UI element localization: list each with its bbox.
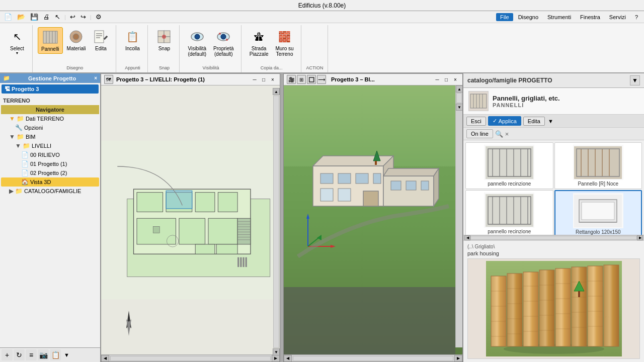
3d-vs-down-btn[interactable]: ▼ [456, 104, 462, 111]
esci-btn[interactable]: Esci [466, 117, 486, 126]
vs-up-btn[interactable]: ▲ [273, 88, 280, 95]
terreno-label: TERRENO [3, 98, 30, 104]
project-bar[interactable]: 🏗 Progetto 3 [2, 84, 99, 94]
search-icon: 🔍 [495, 130, 503, 138]
svg-rect-26 [137, 193, 163, 212]
redo-icon[interactable]: ↪ [78, 12, 88, 22]
menu-item-strumenti[interactable]: Strumenti [543, 13, 575, 21]
undo-icon[interactable]: ↩ [68, 12, 77, 22]
plan-view-icon[interactable]: 🗺 [104, 75, 113, 84]
applica-btn[interactable]: ✓ Applica [488, 116, 521, 126]
menu-item-finestra[interactable]: Finestra [576, 13, 604, 21]
svg-rect-42 [195, 244, 215, 254]
vista3d-item[interactable]: 🏠 Vista 3D [1, 177, 99, 187]
pannelli-button[interactable]: Pannelli [38, 27, 63, 54]
online-btn[interactable]: On line [466, 129, 493, 138]
plan-vscrollbar[interactable]: ▲ ▼ [273, 88, 280, 354]
pannelli-label: Pannelli [41, 46, 59, 52]
edita-button[interactable]: Edita [90, 27, 112, 53]
3d-icon-3[interactable]: 🔲 [307, 75, 316, 84]
navigatore-bar[interactable]: Navigatore [1, 105, 99, 114]
dati-terreno-item[interactable]: ▼ 📁 Dati TERRENO [1, 114, 99, 123]
edita-catalog-btn[interactable]: Edita [523, 117, 545, 126]
catalog-item-4[interactable]: Rettangolo 120x150 [554, 190, 642, 235]
proprieta-label: Proprietà(default) [213, 46, 234, 57]
catalog-dropdown-btn[interactable]: ▼ [630, 75, 640, 85]
incolla-button[interactable]: 📋 Incolla [121, 27, 143, 53]
add-btn[interactable]: + [2, 349, 13, 360]
3d-icon-4[interactable]: ⟶ [317, 75, 326, 84]
scroll-right-btn[interactable]: ▶ [272, 355, 280, 362]
scroll-left-btn[interactable]: ◀ [101, 355, 109, 362]
maximize-3d-btn[interactable]: □ [442, 75, 450, 83]
list-btn[interactable]: 📋 [50, 349, 61, 360]
open-icon[interactable]: 📂 [15, 12, 27, 22]
cat-scroll-left[interactable]: ◀ [464, 235, 470, 240]
3d-scroll-left-btn[interactable]: ◀ [284, 355, 292, 362]
bottom-dropdown[interactable]: ▼ [64, 352, 69, 358]
minimize-plan-btn[interactable]: ─ [251, 75, 259, 83]
search-clear-icon[interactable]: × [505, 130, 509, 138]
select-button[interactable]: ↖ Select ▼ [6, 27, 28, 56]
svg-rect-7 [95, 31, 104, 43]
3d-vscrollbar[interactable]: ▲ ▼ [455, 85, 462, 347]
minimize-3d-btn[interactable]: ─ [433, 75, 441, 83]
3d-icon-1[interactable]: 🎥 [287, 75, 296, 84]
opzioni-item[interactable]: 🔧 Opzioni [1, 123, 99, 132]
cat-scroll-right[interactable]: ▶ [637, 235, 643, 240]
cursor-icon[interactable]: ↖ [53, 12, 62, 22]
visibilita-button[interactable]: Visibilità(default) [185, 27, 209, 58]
cat-scroll-track[interactable] [470, 236, 637, 240]
layers-btn[interactable]: ≡ [26, 349, 37, 360]
panel-thumb [468, 91, 489, 111]
print-icon[interactable]: 🖨 [41, 12, 52, 22]
close-3d-btn[interactable]: × [451, 75, 459, 83]
maximize-plan-btn[interactable]: □ [260, 75, 268, 83]
settings-icon[interactable]: ⚙ [94, 12, 104, 22]
svg-rect-32 [208, 218, 237, 244]
svg-marker-74 [331, 245, 336, 248]
catalog-item-2[interactable]: Pannello [R] Noce [554, 142, 642, 189]
catalogo-item[interactable]: ▶ 📁 CATALOGO/FAMIGLIE [1, 187, 99, 196]
panel-subtitle: PANNELLI [493, 102, 560, 108]
menu-item-file[interactable]: File [496, 13, 513, 21]
vista3d-icon: 🏠 [21, 178, 29, 186]
strada-button[interactable]: 🛣 StradaPiazzale [247, 27, 272, 58]
refresh-btn[interactable]: ↻ [14, 349, 25, 360]
proprieta-button[interactable]: Proprietà(default) [210, 27, 237, 58]
3d-scroll-right-btn[interactable]: ▶ [454, 355, 462, 362]
progetto2-item[interactable]: 📄 02 Progetto (2) [1, 168, 99, 177]
menu-item-help[interactable]: ? [631, 13, 642, 21]
svg-point-22 [226, 39, 228, 41]
more-options-icon[interactable]: ▼ [548, 118, 553, 124]
catalog-item-1[interactable]: pannello recinzione [465, 142, 553, 189]
materiali-button[interactable]: Materiali [64, 27, 89, 53]
muro-button[interactable]: 🧱 Muro suTerreno [272, 27, 296, 58]
close-plan-btn[interactable]: × [269, 75, 277, 83]
menu-item-servizi[interactable]: Servizi [605, 13, 630, 21]
vs-track[interactable] [273, 96, 279, 348]
progetto1-item[interactable]: 📄 01 Progetto (1) [1, 159, 99, 168]
3d-scroll-track[interactable] [293, 356, 453, 361]
catalog-item-img-4 [573, 193, 623, 228]
snap-button[interactable]: Snap [153, 27, 175, 53]
bim-item[interactable]: ▼ 📁 BIM [1, 132, 99, 141]
new-icon[interactable]: 📄 [2, 12, 14, 22]
livelli-label: LIVELLI [32, 143, 51, 149]
livelli-item[interactable]: ▼ 📁 LIVELLI [1, 141, 99, 150]
panel-collapse-btn[interactable]: × [94, 75, 97, 81]
menu-item-disegno[interactable]: Disegno [514, 13, 542, 21]
rilievo-item[interactable]: 📄 00 RILIEVO [1, 150, 99, 159]
3d-icon-2[interactable]: ⊞ [297, 75, 306, 84]
preview-path: (..\ Grigliato\ [467, 244, 640, 249]
camera-btn[interactable]: 📷 [38, 349, 49, 360]
project-icon: 🏗 [5, 86, 10, 92]
scroll-track[interactable] [110, 356, 271, 361]
3d-hscrollbar: ◀ ▶ [284, 354, 462, 361]
save-icon[interactable]: 💾 [28, 12, 40, 22]
svg-rect-28 [195, 193, 215, 212]
vs-down-btn[interactable]: ▼ [273, 348, 280, 355]
3d-vs-track[interactable] [456, 93, 462, 103]
3d-vs-up-btn[interactable]: ▲ [456, 85, 462, 93]
catalog-item-3[interactable]: pannello recinzione [465, 190, 553, 235]
